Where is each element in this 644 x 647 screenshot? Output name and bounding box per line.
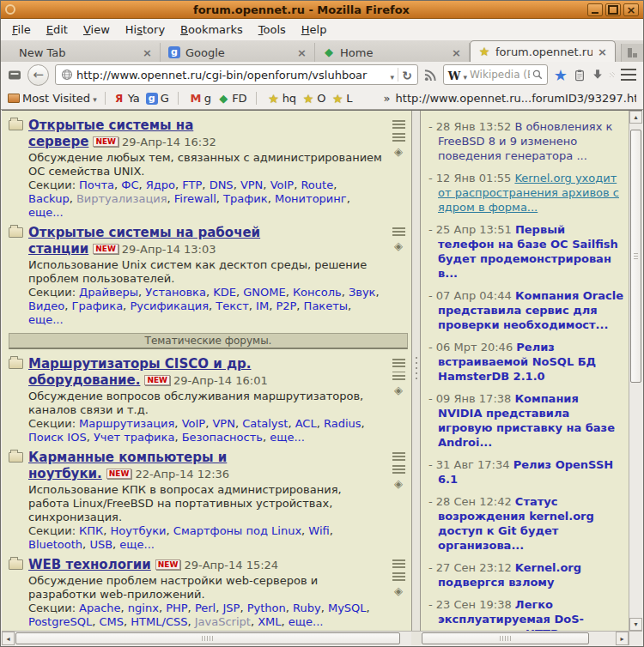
bookmark-item[interactable]: Ya bbox=[113, 92, 140, 105]
bookmark-item[interactable] bbox=[253, 92, 262, 105]
url-dropdown-icon[interactable] bbox=[391, 67, 395, 83]
section-link[interactable]: GNOME bbox=[243, 286, 285, 299]
forum-mini-icon[interactable] bbox=[392, 478, 405, 490]
left-horizontal-scrollbar[interactable]: ◂ bbox=[2, 631, 411, 645]
scroll-right-icon[interactable]: ▸ bbox=[616, 632, 629, 645]
right-horizontal-scrollbar-thumb[interactable] bbox=[422, 632, 589, 644]
magnifier-icon[interactable] bbox=[532, 70, 543, 80]
forum-title-link[interactable]: WEB технологии bbox=[28, 557, 151, 572]
section-link[interactable]: еще... bbox=[119, 538, 155, 551]
bookmarks-overflow-chevron[interactable]: » bbox=[384, 92, 391, 105]
section-link[interactable]: Консоль bbox=[293, 286, 342, 299]
section-link[interactable]: XML bbox=[258, 615, 281, 628]
section-link[interactable]: Backup bbox=[28, 192, 70, 205]
section-link[interactable]: Графика bbox=[72, 299, 124, 312]
bookmark-item[interactable]: O bbox=[302, 92, 325, 105]
section-link[interactable]: Русификация bbox=[130, 299, 209, 312]
section-link[interactable]: Безопасность bbox=[182, 431, 263, 444]
section-link[interactable]: Ruby bbox=[293, 602, 321, 614]
forum-mini-icon[interactable] bbox=[392, 465, 405, 474]
section-link[interactable]: DNS bbox=[210, 178, 234, 191]
search-engine-dropdown-icon[interactable] bbox=[463, 67, 467, 83]
section-link[interactable]: Мониторинг bbox=[275, 192, 347, 205]
browser-tab[interactable]: Home× bbox=[315, 43, 470, 62]
section-link[interactable]: КПК bbox=[79, 524, 103, 537]
section-link[interactable]: Учет трафика bbox=[94, 431, 174, 444]
section-link[interactable]: еще... bbox=[270, 431, 305, 444]
window-menu-icon[interactable] bbox=[5, 4, 15, 15]
forum-mini-icon[interactable] bbox=[392, 559, 405, 568]
rss-feed-icon[interactable] bbox=[424, 69, 437, 82]
section-link[interactable]: Python bbox=[247, 602, 286, 614]
inbox-icon[interactable] bbox=[8, 70, 21, 81]
section-link[interactable]: Perl bbox=[195, 602, 216, 614]
scroll-up-icon[interactable]: ▴ bbox=[629, 111, 642, 124]
section-link[interactable]: VPN bbox=[212, 417, 234, 430]
section-link[interactable]: еще... bbox=[28, 313, 64, 326]
section-link[interactable]: Catalyst bbox=[242, 417, 288, 430]
section-link[interactable]: Ядро bbox=[146, 178, 175, 191]
section-link[interactable]: Firewall bbox=[174, 192, 216, 205]
bookmark-overflow-url[interactable]: http://www.opennet.ru...forumID3/93297.h… bbox=[396, 92, 636, 105]
section-link[interactable]: Radius bbox=[324, 417, 361, 430]
bookmark-item[interactable] bbox=[175, 92, 184, 105]
bookmark-item[interactable]: G bbox=[146, 92, 169, 105]
section-link[interactable]: Почта bbox=[79, 178, 114, 191]
section-link[interactable]: KDE bbox=[213, 286, 236, 299]
section-link[interactable]: JavaScript bbox=[195, 615, 251, 628]
menu-item[interactable]: Edit bbox=[39, 21, 76, 39]
clipboard-icon[interactable] bbox=[574, 69, 586, 82]
forum-mini-icon[interactable] bbox=[392, 384, 405, 396]
browser-tab[interactable]: forum.opennet.ru× bbox=[470, 40, 616, 62]
section-link[interactable]: PostgreSQL bbox=[28, 615, 92, 628]
forum-mini-icon[interactable] bbox=[392, 227, 405, 236]
section-link[interactable]: USB bbox=[89, 538, 112, 551]
menu-item[interactable]: Help bbox=[294, 21, 335, 39]
section-link[interactable]: PHP bbox=[166, 602, 187, 614]
forum-mini-icon[interactable] bbox=[392, 452, 405, 461]
section-link[interactable]: HTML/CSS bbox=[131, 615, 187, 628]
section-link[interactable]: IM bbox=[256, 299, 269, 312]
section-link[interactable]: Ноутбуки bbox=[111, 524, 167, 537]
left-horizontal-scrollbar-thumb[interactable] bbox=[15, 632, 400, 644]
window-control-button[interactable] bbox=[587, 3, 603, 16]
bookmark-item[interactable]: L bbox=[331, 92, 352, 105]
vertical-scrollbar-thumb[interactable] bbox=[630, 130, 641, 383]
search-bar[interactable] bbox=[443, 64, 548, 85]
section-link[interactable]: еще... bbox=[289, 615, 324, 628]
url-bar[interactable] bbox=[55, 64, 418, 85]
forum-mini-icon[interactable] bbox=[392, 120, 405, 129]
section-link[interactable]: Bluetooth bbox=[28, 538, 82, 551]
section-link[interactable]: Apache bbox=[79, 602, 121, 614]
forum-mini-icon[interactable] bbox=[392, 359, 405, 367]
forum-mini-icon[interactable] bbox=[392, 572, 405, 581]
window-control-button[interactable] bbox=[605, 3, 621, 16]
url-input[interactable] bbox=[76, 69, 387, 82]
search-input[interactable] bbox=[470, 69, 530, 81]
section-link[interactable]: Поиск IOS bbox=[28, 431, 87, 444]
section-link[interactable]: FTP bbox=[182, 178, 202, 191]
tab-close-icon[interactable]: × bbox=[143, 46, 152, 59]
section-link[interactable]: Видео bbox=[28, 299, 64, 312]
section-link[interactable]: Установка bbox=[145, 286, 206, 299]
menu-item[interactable]: File bbox=[4, 21, 39, 39]
menu-item[interactable]: Bookmarks bbox=[173, 21, 251, 39]
menu-item[interactable]: History bbox=[118, 21, 173, 39]
section-link[interactable]: Смартфоны под Linux bbox=[173, 524, 301, 537]
browser-tab[interactable]: New Tab× bbox=[6, 43, 161, 62]
section-link[interactable]: Wifi bbox=[308, 524, 329, 537]
section-link[interactable]: VoIP bbox=[270, 178, 295, 191]
section-link[interactable]: ACL bbox=[295, 417, 317, 430]
section-link[interactable]: P2P bbox=[276, 299, 296, 312]
forum-mini-icon[interactable] bbox=[392, 372, 405, 380]
bookmark-item[interactable]: g bbox=[190, 92, 211, 105]
bookmark-star-icon[interactable] bbox=[554, 66, 568, 84]
section-link[interactable]: CMS bbox=[100, 615, 125, 628]
back-button[interactable] bbox=[27, 64, 49, 86]
section-link[interactable]: Звук bbox=[349, 286, 376, 299]
scroll-down-icon[interactable]: ▾ bbox=[629, 618, 642, 631]
frame-divider[interactable] bbox=[411, 111, 421, 645]
right-horizontal-scrollbar[interactable]: ▸ bbox=[421, 631, 629, 645]
section-link[interactable]: Текст bbox=[216, 299, 249, 312]
section-link[interactable]: Драйверы bbox=[79, 286, 138, 299]
